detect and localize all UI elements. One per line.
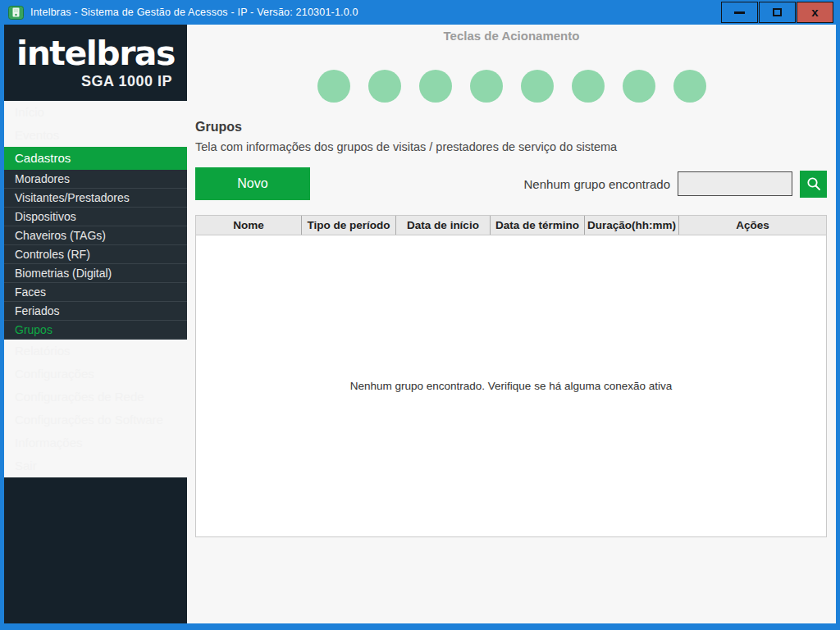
sidebar-item-visitantes-prestadores[interactable]: Visitantes/Prestadores <box>4 189 187 208</box>
sidebar-item-configuracoes-do-software[interactable]: Configurações do Software <box>4 409 187 431</box>
column-header-5: Ações <box>679 216 826 235</box>
action-key-circle-8[interactable] <box>673 70 706 103</box>
window-title: Intelbras - Sistema de Gestão de Acessos… <box>30 7 358 18</box>
app-icon <box>8 5 24 21</box>
sidebar-item-configuracoes[interactable]: Configurações <box>4 363 187 386</box>
sidebar-menu: InícioEventosCadastrosMoradoresVisitante… <box>4 101 187 477</box>
sidebar-item-dispositivos[interactable]: Dispositivos <box>4 208 187 226</box>
search-status-label: Nenhum grupo encontrado <box>524 177 670 191</box>
intelbras-logo: intelbras SGA 1000 IP <box>4 25 187 101</box>
sidebar-item-controles-rf[interactable]: Controles (RF) <box>4 245 187 264</box>
sidebar-item-configuracoes-de-rede[interactable]: Configurações de Rede <box>4 386 187 409</box>
action-key-circle-4[interactable] <box>470 70 503 103</box>
frame-body: intelbras SGA 1000 IP InícioEventosCadas… <box>4 25 836 623</box>
page-title: Grupos <box>195 120 242 135</box>
page-description: Tela com informações dos grupos de visit… <box>195 140 617 153</box>
sidebar-item-relatorios[interactable]: Relatórios <box>4 340 187 363</box>
sidebar-item-sair[interactable]: Sair <box>4 454 187 477</box>
titlebar: Intelbras - Sistema de Gestão de Acessos… <box>0 0 840 25</box>
sidebar-item-cadastros[interactable]: Cadastros <box>4 147 187 170</box>
sidebar-item-moradores[interactable]: Moradores <box>4 170 187 189</box>
new-group-button[interactable]: Novo <box>195 167 310 200</box>
maximize-icon <box>773 8 782 16</box>
sidebar-item-grupos[interactable]: Grupos <box>4 321 187 340</box>
table-body: Nenhum grupo encontrado. Verifique se há… <box>195 235 827 537</box>
action-key-circle-5[interactable] <box>521 70 554 103</box>
sidebar-item-eventos[interactable]: Eventos <box>4 124 187 147</box>
main-content: Teclas de Acionamento Grupos Tela com in… <box>187 25 836 623</box>
sidebar-item-faces[interactable]: Faces <box>4 283 187 302</box>
search-area: Nenhum grupo encontrado <box>524 167 827 200</box>
sidebar-item-inicio[interactable]: Início <box>4 101 187 124</box>
sidebar-item-biometrias-digital[interactable]: Biometrias (Digital) <box>4 264 187 283</box>
empty-table-message: Nenhum grupo encontrado. Verifique se há… <box>350 380 673 392</box>
sidebar-item-informacoes[interactable]: Informações <box>4 431 187 454</box>
close-icon: x <box>811 6 818 18</box>
sidebar-item-feriados[interactable]: Feriados <box>4 302 187 321</box>
brand-wordmark: intelbras <box>14 35 177 71</box>
minimize-icon <box>734 11 745 14</box>
column-header-4: Duração(hh:mm) <box>585 216 679 235</box>
app-window: Intelbras - Sistema de Gestão de Acessos… <box>0 0 840 630</box>
product-model: SGA 1000 IP <box>14 71 177 91</box>
sidebar-item-chaveiros-tags[interactable]: Chaveiros (TAGs) <box>4 226 187 245</box>
table-header-row: NomeTipo de períodoData de inícioData de… <box>195 215 827 235</box>
column-header-1: Tipo de período <box>302 216 396 235</box>
window-controls: x <box>720 2 833 23</box>
action-key-circle-2[interactable] <box>368 70 401 103</box>
search-button[interactable] <box>800 171 827 198</box>
action-key-circle-7[interactable] <box>623 70 655 103</box>
column-header-2: Data de início <box>396 216 491 235</box>
column-header-3: Data de término <box>491 216 585 235</box>
search-icon <box>806 176 822 192</box>
column-header-0: Nome <box>196 216 302 235</box>
action-key-circle-3[interactable] <box>419 70 452 103</box>
action-key-circle-1[interactable] <box>317 70 350 103</box>
action-keys-row <box>187 70 836 103</box>
maximize-button[interactable] <box>759 2 796 23</box>
sidebar: intelbras SGA 1000 IP InícioEventosCadas… <box>4 25 187 623</box>
close-button[interactable]: x <box>797 2 833 23</box>
search-input[interactable] <box>678 171 792 196</box>
action-key-circle-6[interactable] <box>572 70 605 103</box>
action-keys-title: Teclas de Acionamento <box>187 29 836 43</box>
minimize-button[interactable] <box>721 2 758 23</box>
groups-table: NomeTipo de períodoData de inícioData de… <box>195 215 827 537</box>
